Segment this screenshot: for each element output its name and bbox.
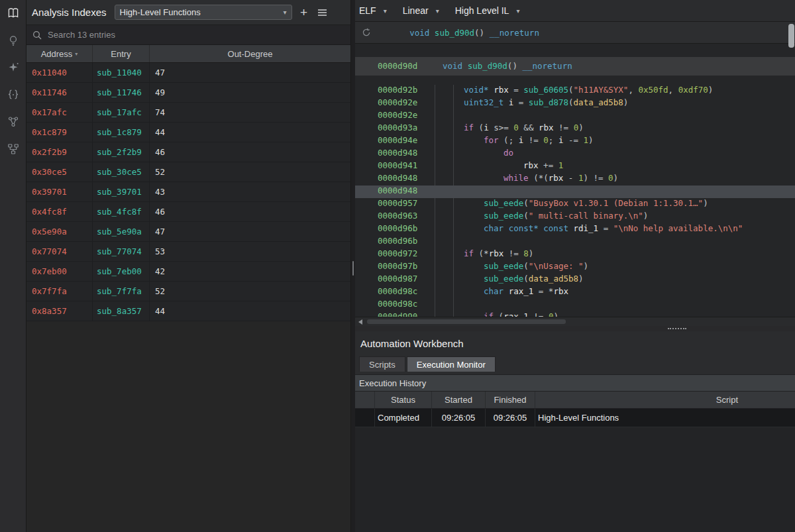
- app-window: Analysis Indexes High-Level Functions ▾ …: [0, 0, 795, 532]
- code-token: 1: [558, 160, 564, 170]
- index-type-value: High-Level Functions: [120, 7, 280, 17]
- table-row[interactable]: 0x11040sub_1104047: [26, 63, 350, 83]
- splitter-dots-grip[interactable]: [668, 328, 686, 329]
- cell-entry: sub_30ce5: [93, 162, 150, 182]
- il-level-dropdown[interactable]: High Level IL ▾: [455, 5, 520, 16]
- table-row[interactable]: 0x5e90asub_5e90a47: [26, 222, 350, 242]
- tab-execution-monitor[interactable]: Execution Monitor: [407, 356, 496, 372]
- code-line[interactable]: 0000d948while (*(rbx - 1) != 0): [355, 173, 795, 186]
- index-type-dropdown[interactable]: High-Level Functions ▾: [115, 5, 292, 20]
- graph-icon[interactable]: [5, 114, 21, 130]
- column-header-status[interactable]: Status: [375, 392, 432, 408]
- table-row[interactable]: 0x7f7fasub_7f7fa52: [26, 282, 350, 301]
- column-header-address[interactable]: Address ▾: [26, 45, 93, 62]
- code-line[interactable]: 0000d963sub_eede(" multi-call binary.\n"…: [355, 211, 795, 223]
- cell-out-degree: 46: [150, 142, 350, 162]
- code-line[interactable]: 0000d948do: [355, 148, 795, 160]
- code-line[interactable]: 0000d957sub_eede("BusyBox v1.30.1 (Debia…: [355, 198, 795, 211]
- code-token: +=: [539, 160, 558, 170]
- code-text: if (rax_1 != 0): [441, 311, 558, 317]
- code-token: " multi-call binary.\n": [529, 211, 643, 221]
- table-row[interactable]: 0x7eb00sub_7eb0042: [26, 262, 350, 282]
- code-address: 0000d94e: [355, 135, 441, 148]
- cell-out-degree: 52: [150, 162, 350, 182]
- code-line[interactable]: 0000d941rbx += 1: [355, 160, 795, 173]
- code-address: 0000d972: [355, 248, 441, 261]
- table-row[interactable]: 0x39701sub_3970143: [26, 182, 350, 202]
- cell-entry: sub_39701: [93, 182, 150, 201]
- book-icon[interactable]: [5, 5, 21, 21]
- scroll-left-button[interactable]: [355, 317, 366, 326]
- code-line[interactable]: 0000d990if (rax_1 != 0): [355, 311, 795, 317]
- table-row[interactable]: Completed09:26:0509:26:05High-Level Func…: [355, 409, 795, 427]
- table-row[interactable]: 0x11746sub_1174649: [26, 83, 350, 103]
- chevron-down-icon: ▾: [436, 7, 439, 15]
- code-line[interactable]: 0000d94efor (; i != 0; i -= 1): [355, 135, 795, 148]
- code-text: [441, 236, 464, 248]
- braces-icon[interactable]: [5, 87, 21, 103]
- code-token: 1: [584, 135, 589, 145]
- chevron-down-icon: ▾: [516, 7, 519, 15]
- sticky-signature: void sub_d90d() __noreturn: [409, 28, 539, 38]
- horizontal-scrollbar-thumb[interactable]: [367, 319, 566, 324]
- code-token: 0: [608, 173, 613, 183]
- code-line[interactable]: 0000d92bvoid* rbx = sub_60605("h11AY&SYX…: [355, 85, 795, 97]
- cell-address: 0x2f2b9: [26, 142, 93, 162]
- code-line[interactable]: 0000d948: [355, 186, 795, 198]
- column-header-script[interactable]: Script: [535, 392, 795, 408]
- code-line[interactable]: 0000d96bchar const* const rdi_1 = "\nNo …: [355, 223, 795, 236]
- column-header-started[interactable]: Started: [432, 392, 486, 408]
- tab-scripts[interactable]: Scripts: [359, 356, 405, 372]
- table-row[interactable]: 0x77074sub_7707453: [26, 242, 350, 262]
- column-header-outdegree[interactable]: Out-Degree: [150, 45, 350, 62]
- tree-icon[interactable]: [5, 141, 21, 157]
- view-mode-dropdown[interactable]: Linear ▾: [403, 5, 439, 16]
- cell-entry: sub_1c879: [93, 123, 150, 142]
- lightbulb-icon[interactable]: [5, 32, 21, 48]
- code-token: for: [484, 135, 499, 145]
- cell-address: 0x17afc: [26, 103, 93, 122]
- table-row[interactable]: 0x2f2b9sub_2f2b946: [26, 142, 350, 162]
- code-line[interactable]: 0000d97bsub_eede("\nUsage: "): [355, 261, 795, 274]
- code-line[interactable]: 0000d96b: [355, 236, 795, 248]
- code-token: =: [509, 85, 524, 95]
- code-token: sub_d90d: [468, 61, 507, 71]
- code-address: 0000d93a: [355, 123, 441, 135]
- code-text: for (; i != 0; i -= 1): [441, 135, 594, 148]
- code-token: 0xdf70: [678, 85, 708, 95]
- menu-button[interactable]: [316, 5, 329, 20]
- code-text: uint32_t i = sub_d878(data_ad5b8): [441, 97, 628, 110]
- code-token: (: [523, 274, 529, 284]
- cell-out-degree: 44: [150, 123, 350, 142]
- table-row[interactable]: 0x17afcsub_17afc74: [26, 103, 350, 123]
- bottom-panel-splitter[interactable]: [355, 326, 795, 331]
- table-row[interactable]: 0x30ce5sub_30ce552: [26, 162, 350, 182]
- horizontal-scrollbar[interactable]: [355, 317, 795, 326]
- sparkle-icon[interactable]: [5, 60, 21, 76]
- code-line[interactable]: 0000d98c: [355, 299, 795, 311]
- code-line[interactable]: 0000d987sub_eede(data_ad5b8): [355, 274, 795, 286]
- code-line[interactable]: 0000d98cchar rax_1 = *rbx: [355, 286, 795, 299]
- column-header-finished[interactable]: Finished: [486, 392, 535, 408]
- add-index-button[interactable]: +: [297, 5, 311, 20]
- code-line[interactable]: 0000d92euint32_t i = sub_d878(data_ad5b8…: [355, 97, 795, 110]
- splitter-grip[interactable]: [352, 261, 354, 276]
- code-line[interactable]: 0000d972if (*rbx != 8): [355, 248, 795, 261]
- table-row[interactable]: 0x8a357sub_8a35744: [26, 301, 350, 321]
- code-line[interactable]: 0000d93aif (i s>= 0 && rbx != 0): [355, 123, 795, 135]
- code-token: ): [708, 85, 714, 95]
- cell-started: 09:26:05: [432, 409, 486, 427]
- code-address: 0000d987: [355, 274, 441, 286]
- code-token: sub_d878: [529, 97, 568, 107]
- code-token: = *: [533, 286, 553, 296]
- table-row[interactable]: 0x4fc8fsub_4fc8f46: [26, 202, 350, 222]
- table-row[interactable]: 0x1c879sub_1c87944: [26, 123, 350, 142]
- code-line[interactable]: 0000d90dvoid sub_d90d() __noreturn: [355, 57, 795, 76]
- column-header-entry[interactable]: Entry: [93, 45, 150, 62]
- cell-status: Completed: [375, 409, 432, 427]
- search-input[interactable]: [46, 29, 344, 40]
- vertical-scrollbar-thumb[interactable]: [788, 24, 794, 48]
- linear-view[interactable]: 0000d90dvoid sub_d90d() __noreturn0000d9…: [355, 44, 795, 317]
- code-token: "\nUsage: ": [529, 261, 584, 271]
- code-line[interactable]: 0000d92e: [355, 110, 795, 123]
